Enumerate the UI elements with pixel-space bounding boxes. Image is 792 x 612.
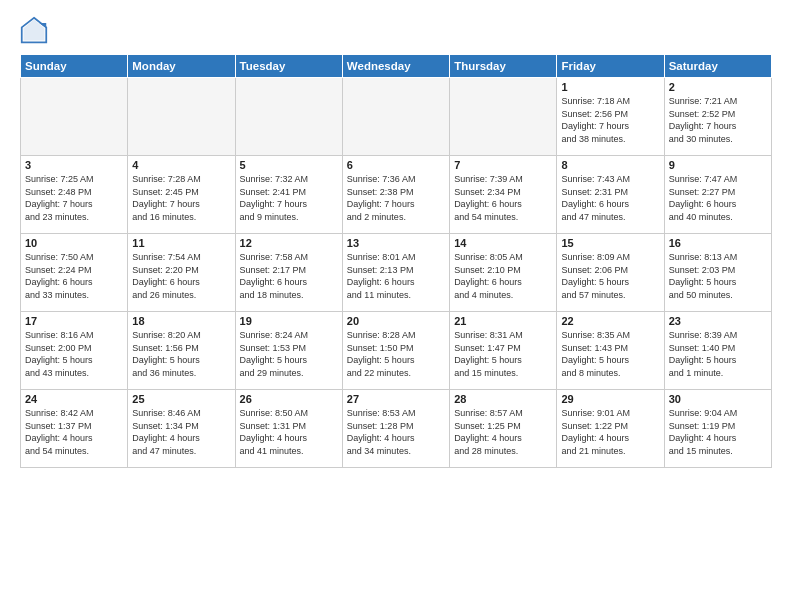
day-cell: 27Sunrise: 8:53 AM Sunset: 1:28 PM Dayli…: [342, 390, 449, 468]
day-cell: 4Sunrise: 7:28 AM Sunset: 2:45 PM Daylig…: [128, 156, 235, 234]
week-row-3: 10Sunrise: 7:50 AM Sunset: 2:24 PM Dayli…: [21, 234, 772, 312]
week-row-1: 1Sunrise: 7:18 AM Sunset: 2:56 PM Daylig…: [21, 78, 772, 156]
day-cell: 30Sunrise: 9:04 AM Sunset: 1:19 PM Dayli…: [664, 390, 771, 468]
day-number: 25: [132, 393, 230, 405]
day-cell: [235, 78, 342, 156]
calendar-table: SundayMondayTuesdayWednesdayThursdayFrid…: [20, 54, 772, 468]
day-info: Sunrise: 8:50 AM Sunset: 1:31 PM Dayligh…: [240, 407, 338, 457]
day-number: 1: [561, 81, 659, 93]
day-number: 26: [240, 393, 338, 405]
day-info: Sunrise: 7:28 AM Sunset: 2:45 PM Dayligh…: [132, 173, 230, 223]
day-number: 30: [669, 393, 767, 405]
day-cell: 14Sunrise: 8:05 AM Sunset: 2:10 PM Dayli…: [450, 234, 557, 312]
day-info: Sunrise: 8:05 AM Sunset: 2:10 PM Dayligh…: [454, 251, 552, 301]
day-info: Sunrise: 7:50 AM Sunset: 2:24 PM Dayligh…: [25, 251, 123, 301]
day-info: Sunrise: 7:21 AM Sunset: 2:52 PM Dayligh…: [669, 95, 767, 145]
day-cell: 12Sunrise: 7:58 AM Sunset: 2:17 PM Dayli…: [235, 234, 342, 312]
logo: [20, 16, 52, 44]
day-number: 28: [454, 393, 552, 405]
day-info: Sunrise: 7:43 AM Sunset: 2:31 PM Dayligh…: [561, 173, 659, 223]
day-number: 19: [240, 315, 338, 327]
week-row-2: 3Sunrise: 7:25 AM Sunset: 2:48 PM Daylig…: [21, 156, 772, 234]
day-cell: 21Sunrise: 8:31 AM Sunset: 1:47 PM Dayli…: [450, 312, 557, 390]
day-info: Sunrise: 8:42 AM Sunset: 1:37 PM Dayligh…: [25, 407, 123, 457]
day-number: 18: [132, 315, 230, 327]
col-header-monday: Monday: [128, 55, 235, 78]
day-cell: 28Sunrise: 8:57 AM Sunset: 1:25 PM Dayli…: [450, 390, 557, 468]
day-number: 22: [561, 315, 659, 327]
day-number: 7: [454, 159, 552, 171]
day-info: Sunrise: 7:25 AM Sunset: 2:48 PM Dayligh…: [25, 173, 123, 223]
day-cell: 13Sunrise: 8:01 AM Sunset: 2:13 PM Dayli…: [342, 234, 449, 312]
day-cell: 10Sunrise: 7:50 AM Sunset: 2:24 PM Dayli…: [21, 234, 128, 312]
day-number: 13: [347, 237, 445, 249]
day-number: 29: [561, 393, 659, 405]
day-number: 12: [240, 237, 338, 249]
day-cell: [128, 78, 235, 156]
day-info: Sunrise: 8:28 AM Sunset: 1:50 PM Dayligh…: [347, 329, 445, 379]
day-number: 4: [132, 159, 230, 171]
day-number: 21: [454, 315, 552, 327]
day-cell: 8Sunrise: 7:43 AM Sunset: 2:31 PM Daylig…: [557, 156, 664, 234]
day-cell: 16Sunrise: 8:13 AM Sunset: 2:03 PM Dayli…: [664, 234, 771, 312]
day-cell: [450, 78, 557, 156]
day-number: 15: [561, 237, 659, 249]
day-number: 23: [669, 315, 767, 327]
day-info: Sunrise: 7:39 AM Sunset: 2:34 PM Dayligh…: [454, 173, 552, 223]
day-cell: 22Sunrise: 8:35 AM Sunset: 1:43 PM Dayli…: [557, 312, 664, 390]
day-number: 10: [25, 237, 123, 249]
day-cell: 23Sunrise: 8:39 AM Sunset: 1:40 PM Dayli…: [664, 312, 771, 390]
day-info: Sunrise: 9:01 AM Sunset: 1:22 PM Dayligh…: [561, 407, 659, 457]
day-number: 27: [347, 393, 445, 405]
day-info: Sunrise: 9:04 AM Sunset: 1:19 PM Dayligh…: [669, 407, 767, 457]
calendar-header-row: SundayMondayTuesdayWednesdayThursdayFrid…: [21, 55, 772, 78]
day-info: Sunrise: 8:20 AM Sunset: 1:56 PM Dayligh…: [132, 329, 230, 379]
day-cell: 7Sunrise: 7:39 AM Sunset: 2:34 PM Daylig…: [450, 156, 557, 234]
day-info: Sunrise: 7:54 AM Sunset: 2:20 PM Dayligh…: [132, 251, 230, 301]
col-header-tuesday: Tuesday: [235, 55, 342, 78]
day-cell: 17Sunrise: 8:16 AM Sunset: 2:00 PM Dayli…: [21, 312, 128, 390]
day-cell: 1Sunrise: 7:18 AM Sunset: 2:56 PM Daylig…: [557, 78, 664, 156]
day-number: 16: [669, 237, 767, 249]
day-number: 5: [240, 159, 338, 171]
header: [20, 16, 772, 44]
week-row-4: 17Sunrise: 8:16 AM Sunset: 2:00 PM Dayli…: [21, 312, 772, 390]
col-header-wednesday: Wednesday: [342, 55, 449, 78]
day-cell: 19Sunrise: 8:24 AM Sunset: 1:53 PM Dayli…: [235, 312, 342, 390]
day-number: 17: [25, 315, 123, 327]
day-info: Sunrise: 7:36 AM Sunset: 2:38 PM Dayligh…: [347, 173, 445, 223]
day-cell: 24Sunrise: 8:42 AM Sunset: 1:37 PM Dayli…: [21, 390, 128, 468]
day-info: Sunrise: 8:16 AM Sunset: 2:00 PM Dayligh…: [25, 329, 123, 379]
day-info: Sunrise: 8:01 AM Sunset: 2:13 PM Dayligh…: [347, 251, 445, 301]
day-info: Sunrise: 8:53 AM Sunset: 1:28 PM Dayligh…: [347, 407, 445, 457]
week-row-5: 24Sunrise: 8:42 AM Sunset: 1:37 PM Dayli…: [21, 390, 772, 468]
day-info: Sunrise: 7:18 AM Sunset: 2:56 PM Dayligh…: [561, 95, 659, 145]
day-number: 9: [669, 159, 767, 171]
day-cell: 5Sunrise: 7:32 AM Sunset: 2:41 PM Daylig…: [235, 156, 342, 234]
day-info: Sunrise: 8:09 AM Sunset: 2:06 PM Dayligh…: [561, 251, 659, 301]
day-number: 8: [561, 159, 659, 171]
day-cell: 25Sunrise: 8:46 AM Sunset: 1:34 PM Dayli…: [128, 390, 235, 468]
day-number: 20: [347, 315, 445, 327]
logo-icon: [20, 16, 48, 44]
day-cell: 20Sunrise: 8:28 AM Sunset: 1:50 PM Dayli…: [342, 312, 449, 390]
col-header-thursday: Thursday: [450, 55, 557, 78]
day-info: Sunrise: 8:46 AM Sunset: 1:34 PM Dayligh…: [132, 407, 230, 457]
day-number: 3: [25, 159, 123, 171]
day-number: 6: [347, 159, 445, 171]
day-info: Sunrise: 8:24 AM Sunset: 1:53 PM Dayligh…: [240, 329, 338, 379]
day-info: Sunrise: 7:47 AM Sunset: 2:27 PM Dayligh…: [669, 173, 767, 223]
day-cell: [21, 78, 128, 156]
day-cell: 18Sunrise: 8:20 AM Sunset: 1:56 PM Dayli…: [128, 312, 235, 390]
day-number: 11: [132, 237, 230, 249]
day-info: Sunrise: 8:31 AM Sunset: 1:47 PM Dayligh…: [454, 329, 552, 379]
day-cell: 26Sunrise: 8:50 AM Sunset: 1:31 PM Dayli…: [235, 390, 342, 468]
day-info: Sunrise: 8:39 AM Sunset: 1:40 PM Dayligh…: [669, 329, 767, 379]
day-cell: 29Sunrise: 9:01 AM Sunset: 1:22 PM Dayli…: [557, 390, 664, 468]
day-info: Sunrise: 8:13 AM Sunset: 2:03 PM Dayligh…: [669, 251, 767, 301]
day-info: Sunrise: 7:32 AM Sunset: 2:41 PM Dayligh…: [240, 173, 338, 223]
day-cell: 3Sunrise: 7:25 AM Sunset: 2:48 PM Daylig…: [21, 156, 128, 234]
day-info: Sunrise: 8:57 AM Sunset: 1:25 PM Dayligh…: [454, 407, 552, 457]
day-cell: 9Sunrise: 7:47 AM Sunset: 2:27 PM Daylig…: [664, 156, 771, 234]
page: SundayMondayTuesdayWednesdayThursdayFrid…: [0, 0, 792, 480]
